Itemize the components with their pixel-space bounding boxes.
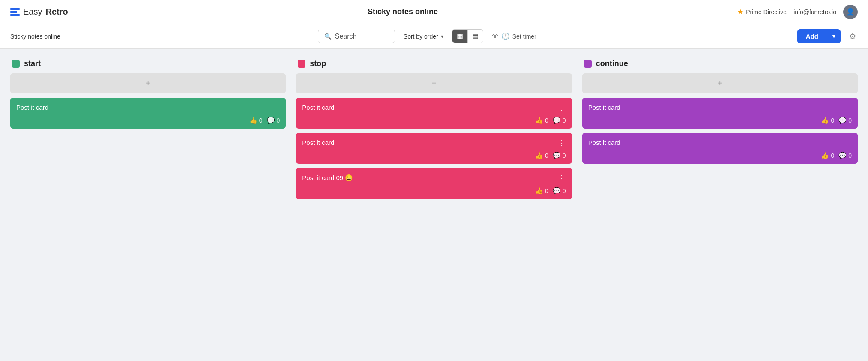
card-comment-count[interactable]: 💬0 <box>553 117 566 124</box>
card-menu-button[interactable]: ⋮ <box>557 104 566 111</box>
like-count: 0 <box>545 117 548 124</box>
list-item: Post it card⋮👍0💬0 <box>296 98 572 129</box>
comment-count: 0 <box>563 152 566 159</box>
gear-icon: ⚙ <box>849 32 856 41</box>
avatar-icon: 👤 <box>846 8 855 16</box>
board: start+Post it card⋮👍0💬0stop+Post it card… <box>0 49 868 214</box>
grid-view-button[interactable]: ▦ <box>452 30 468 43</box>
sort-label: Sort by order <box>404 33 438 40</box>
logo-text-retro: Retro <box>45 7 68 17</box>
column-dot-stop <box>298 60 305 68</box>
comment-icon: 💬 <box>553 152 561 159</box>
toolbar-center: 🔍 Search Sort by order ▾ ▦ ▤ 👁 🕐 Set tim… <box>67 29 790 43</box>
comment-icon: 💬 <box>553 187 561 195</box>
nav-right: ★ Prime Directive info@funretro.io 👤 <box>737 5 858 19</box>
card-comment-count[interactable]: 💬0 <box>838 152 852 159</box>
toolbar: Sticky notes online 🔍 Search Sort by ord… <box>0 24 868 49</box>
like-count: 0 <box>545 187 548 194</box>
card-text: Post it card <box>302 104 556 111</box>
prime-directive-link[interactable]: ★ Prime Directive <box>737 8 787 16</box>
list-item: Post it card⋮👍0💬0 <box>296 133 572 164</box>
card-menu-button[interactable]: ⋮ <box>842 104 852 111</box>
search-icon: 🔍 <box>324 33 332 40</box>
column-title-start: start <box>24 59 41 68</box>
card-comment-count[interactable]: 💬0 <box>553 152 566 159</box>
prime-directive-label: Prime Directive <box>746 9 787 15</box>
like-count: 0 <box>831 117 834 124</box>
grid-icon: ▦ <box>457 33 463 40</box>
comment-count: 0 <box>848 117 852 124</box>
comment-count: 0 <box>563 187 566 194</box>
card-menu-button[interactable]: ⋮ <box>842 139 852 147</box>
list-item: Post it card⋮👍0💬0 <box>582 133 858 164</box>
list-item: Post it card⋮👍0💬0 <box>582 98 858 129</box>
column-title-continue: continue <box>596 59 628 68</box>
card-like-count[interactable]: 👍0 <box>535 187 548 195</box>
add-card-button-stop[interactable]: + <box>296 73 572 93</box>
board-subtitle: Sticky notes online <box>10 33 60 40</box>
clock-icon: 🕐 <box>501 32 510 40</box>
card-like-count[interactable]: 👍0 <box>821 152 834 159</box>
sort-button[interactable]: Sort by order ▾ <box>400 30 447 42</box>
settings-button[interactable]: ⚙ <box>847 30 858 43</box>
star-icon: ★ <box>737 8 743 16</box>
top-nav: EasyRetro Sticky notes online ★ Prime Di… <box>0 0 868 24</box>
card-comment-count[interactable]: 💬0 <box>838 117 852 124</box>
card-like-count[interactable]: 👍0 <box>535 152 548 159</box>
chevron-down-icon: ▾ <box>441 33 443 39</box>
search-box[interactable]: 🔍 Search <box>318 30 395 43</box>
nav-title: Sticky notes online <box>368 7 438 16</box>
card-menu-button[interactable]: ⋮ <box>557 139 566 147</box>
avatar[interactable]: 👤 <box>843 5 858 19</box>
logo[interactable]: EasyRetro <box>10 7 68 17</box>
thumb-icon: 👍 <box>821 117 829 124</box>
comment-icon: 💬 <box>838 117 847 124</box>
nav-email: info@funretro.io <box>793 9 836 15</box>
card-like-count[interactable]: 👍0 <box>535 117 548 124</box>
add-card-button-continue[interactable]: + <box>582 73 858 93</box>
list-item: Post it card 09 😀⋮👍0💬0 <box>296 168 572 199</box>
timer-button[interactable]: 👁 🕐 Set timer <box>488 30 540 43</box>
view-toggle: ▦ ▤ <box>452 29 483 43</box>
column-dot-start <box>12 60 20 68</box>
comment-icon: 💬 <box>553 117 561 124</box>
card-text: Post it card <box>588 139 842 146</box>
card-text: Post it card 09 😀 <box>302 174 556 182</box>
like-count: 0 <box>831 152 834 159</box>
list-view-button[interactable]: ▤ <box>468 30 483 43</box>
thumb-icon: 👍 <box>535 187 543 195</box>
logo-text-easy: Easy <box>23 7 42 17</box>
add-chevron-icon: ▾ <box>827 30 841 43</box>
add-button-label: Add <box>797 29 827 43</box>
column-title-stop: stop <box>310 59 326 68</box>
thumb-icon: 👍 <box>535 152 543 159</box>
eye-icon: 👁 <box>492 33 499 40</box>
add-button[interactable]: Add ▾ <box>797 29 841 43</box>
card-like-count[interactable]: 👍0 <box>249 117 263 124</box>
column-header-start: start <box>10 59 286 68</box>
card-like-count[interactable]: 👍0 <box>821 117 834 124</box>
column-dot-continue <box>584 60 592 68</box>
comment-count: 0 <box>848 152 852 159</box>
card-comment-count[interactable]: 💬0 <box>267 117 280 124</box>
card-menu-button[interactable]: ⋮ <box>270 104 280 111</box>
column-header-continue: continue <box>582 59 858 68</box>
comment-icon: 💬 <box>267 117 275 124</box>
thumb-icon: 👍 <box>535 117 543 124</box>
card-comment-count[interactable]: 💬0 <box>553 187 566 195</box>
timer-label: Set timer <box>512 33 536 40</box>
comment-count: 0 <box>277 117 280 124</box>
card-text: Post it card <box>302 139 556 146</box>
list-item: Post it card⋮👍0💬0 <box>10 98 286 129</box>
comment-icon: 💬 <box>838 152 847 159</box>
logo-icon <box>10 8 20 16</box>
column-start: start+Post it card⋮👍0💬0 <box>10 59 286 133</box>
like-count: 0 <box>259 117 263 124</box>
list-icon: ▤ <box>472 33 479 40</box>
column-header-stop: stop <box>296 59 572 68</box>
card-menu-button[interactable]: ⋮ <box>557 174 566 182</box>
column-continue: continue+Post it card⋮👍0💬0Post it card⋮👍… <box>582 59 858 168</box>
add-card-button-start[interactable]: + <box>10 73 286 93</box>
card-text: Post it card <box>588 104 842 111</box>
column-stop: stop+Post it card⋮👍0💬0Post it card⋮👍0💬0P… <box>296 59 572 203</box>
